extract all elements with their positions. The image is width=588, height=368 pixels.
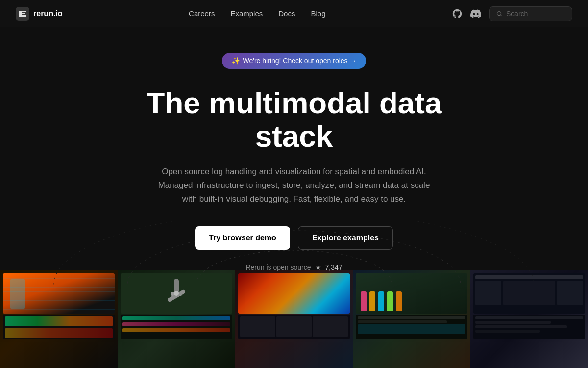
hero-title: The multimodal data stack (108, 86, 480, 153)
open-source-label: Rerun is open source (245, 263, 311, 271)
hiring-badge-text: We're hiring! Check out open roles → (243, 57, 357, 65)
svg-point-1 (497, 11, 501, 15)
nav-docs[interactable]: Docs (278, 9, 295, 18)
search-icon (496, 10, 502, 17)
hero-subtitle: Open source log handling and visualizati… (152, 165, 436, 206)
cta-buttons: Try browser demo Explore examples (195, 226, 393, 250)
try-demo-button[interactable]: Try browser demo (195, 226, 290, 250)
logo-icon (16, 7, 29, 21)
open-source-badge: Rerun is open source ★ 7,347 (245, 263, 342, 271)
hiring-badge-emoji: ✨ (232, 57, 240, 65)
star-count: 7,347 (325, 263, 343, 271)
search-box[interactable] (489, 6, 572, 21)
navbar: rerun.io Careers Examples Docs Blog (0, 0, 588, 27)
logo-text: rerun.io (33, 9, 63, 18)
discord-icon (470, 8, 481, 19)
discord-link[interactable] (470, 8, 481, 19)
nav-blog[interactable]: Blog (311, 9, 325, 18)
logo-link[interactable]: rerun.io (16, 7, 63, 21)
svg-point-8 (174, 291, 179, 296)
nav-links: Careers Examples Docs Blog (189, 9, 325, 18)
nav-careers[interactable]: Careers (189, 9, 215, 18)
hiring-badge[interactable]: ✨ We're hiring! Check out open roles → (222, 53, 367, 69)
nav-examples[interactable]: Examples (230, 9, 263, 18)
hero-section: ✨ We're hiring! Check out open roles → T… (0, 27, 588, 289)
github-icon (452, 8, 463, 19)
nav-right (452, 6, 572, 21)
explore-examples-button[interactable]: Explore examples (298, 226, 393, 250)
search-input[interactable] (506, 10, 565, 18)
star-icon: ★ (315, 263, 321, 271)
github-link[interactable] (452, 8, 463, 19)
